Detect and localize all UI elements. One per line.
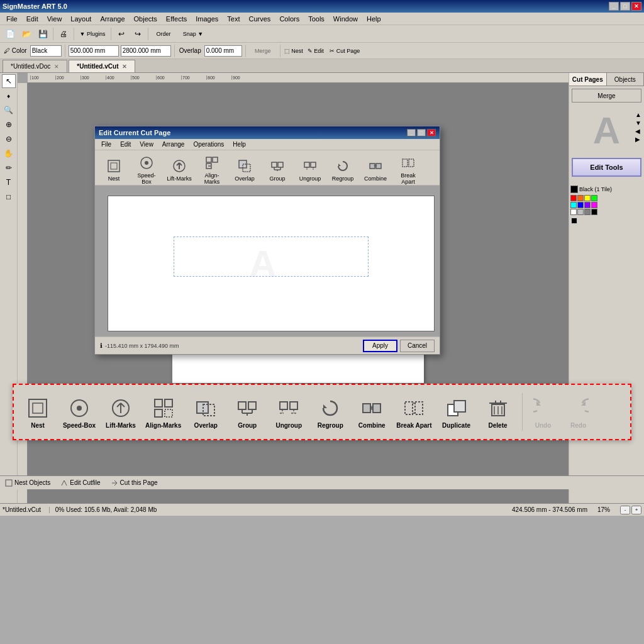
big-tool-duplicate[interactable]: Duplicate [438,392,475,432]
color-purple[interactable] [584,202,591,208]
close-button[interactable]: ✕ [631,2,641,11]
color-white[interactable] [570,209,577,215]
tab-vdoc-close[interactable]: ✕ [54,64,59,70]
dialog-menu-operations[interactable]: Operations [189,140,228,148]
nav-down[interactable]: ▼ [635,119,641,126]
dialog-tool-liftmarks[interactable]: Lift-Marks [164,156,194,183]
current-color[interactable] [570,186,578,193]
pan-tool[interactable]: ✋ [2,147,16,160]
redo-main[interactable]: ↪ [130,27,145,41]
menu-view[interactable]: View [43,14,66,24]
big-tool-liftmarks[interactable]: Lift-Marks [102,392,140,432]
text-tool[interactable]: T [2,175,16,189]
open-button[interactable]: 📂 [19,27,34,41]
color-input[interactable]: Black [30,45,62,57]
dialog-menu-view[interactable]: View [136,140,157,148]
maximize-button[interactable]: □ [620,2,630,11]
color-black[interactable] [591,209,597,215]
undo-main[interactable]: ↩ [114,27,129,41]
plugins-button[interactable]: ▼ Plugins [77,27,108,41]
menu-arrange[interactable]: Arrange [96,14,128,24]
dialog-maximize[interactable]: □ [417,129,426,136]
dialog-tool-nest[interactable]: Nest [99,156,129,183]
minimize-button[interactable]: _ [609,2,619,11]
color-cyan[interactable] [570,202,577,208]
big-tool-undo[interactable]: Undo [528,392,559,432]
dialog-cancel-btn[interactable]: Cancel [400,340,435,352]
color-green[interactable] [591,195,597,201]
edit-cutfile-btn[interactable]: Edit Cutfile [60,479,100,487]
nest-toolbar-btn[interactable]: ⬚ Nest [284,44,304,58]
snap-button[interactable]: Snap ▼ [177,27,209,41]
dialog-tool-breakapart[interactable]: Break Apart [393,153,423,186]
menu-tools[interactable]: Tools [304,14,328,24]
menu-edit[interactable]: Edit [23,14,42,24]
overlap-input[interactable]: 0.000 mm [204,45,242,57]
shape-tool[interactable]: □ [2,190,16,204]
color-yellow[interactable] [584,195,591,201]
color-orange[interactable] [577,195,584,201]
big-tool-speedbox[interactable]: Speed-Box [60,392,98,432]
dialog-minimize[interactable]: _ [407,129,416,136]
dialog-close[interactable]: ✕ [427,129,436,136]
menu-file[interactable]: File [3,14,21,24]
dialog-tool-regroup[interactable]: Regroup [328,156,358,183]
dialog-tool-combine[interactable]: + Combine [360,156,391,183]
merge-btn[interactable]: Merge [572,89,641,103]
cut-page-bottom-btn[interactable]: Cut this Page [111,479,158,487]
dialog-menu-arrange[interactable]: Arrange [158,140,189,148]
draw-tool[interactable]: ✏ [2,161,16,175]
big-tool-ungroup[interactable]: Ungroup [270,392,308,432]
new-button[interactable]: 📄 [3,27,18,41]
nav-left[interactable]: ◀ [635,128,641,135]
dialog-canvas[interactable]: A [108,196,435,331]
zoom-out-tool[interactable]: ⊖ [2,132,16,146]
color-selected[interactable] [570,217,578,225]
zoom-tool[interactable]: 🔍 [2,103,16,117]
color-lightgray[interactable] [577,209,584,215]
color-blue[interactable] [577,202,584,208]
menu-images[interactable]: Images [192,14,222,24]
cut-pages-tab[interactable]: Cut Pages [569,73,607,86]
zoom-in-btn[interactable]: + [631,506,641,514]
big-tool-group[interactable]: Group [228,392,266,432]
zoom-in-tool[interactable]: ⊕ [2,118,16,131]
cut-page-btn[interactable]: ✂ Cut Page [328,44,362,58]
edit-toolbar-btn[interactable]: ✎ Edit [306,44,326,58]
save-button[interactable]: 💾 [35,27,50,41]
nav-up[interactable]: ▲ [635,111,641,118]
tab-vdoc[interactable]: *Untitled.vDoc ✕ [3,60,67,72]
big-tool-combine[interactable]: + Combine [353,392,391,432]
menu-help[interactable]: Help [363,14,385,24]
big-tool-nest[interactable]: Nest [19,392,57,432]
big-tool-alignmarks[interactable]: Align-Marks [143,392,183,432]
menu-effects[interactable]: Effects [162,14,191,24]
tab-vcut-close[interactable]: ✕ [122,64,127,70]
menu-objects[interactable]: Objects [130,14,161,24]
dialog-apply-btn[interactable]: Apply [363,340,397,352]
menu-text[interactable]: Text [223,14,243,24]
merge-toolbar-btn[interactable]: Merge [249,44,277,58]
node-tool[interactable]: ⬧ [2,89,16,103]
nest-objects-btn[interactable]: Nest Objects [5,479,50,487]
color-red[interactable] [570,195,577,201]
dialog-tool-overlap[interactable]: Overlap [230,156,260,183]
menu-window[interactable]: Window [330,14,362,24]
dialog-tool-alignmarks[interactable]: Align-Marks [197,153,227,186]
big-tool-redo[interactable]: Redo [563,392,594,432]
order-button[interactable]: Order [151,27,176,41]
dialog-menu-edit[interactable]: Edit [116,140,135,148]
big-tool-breakapart[interactable]: Break Apart [394,392,433,432]
big-tool-regroup[interactable]: Regroup [311,392,349,432]
big-tool-delete[interactable]: Delete [479,392,517,432]
tab-vcut[interactable]: *Untitled.vCut ✕ [69,60,135,72]
menu-curves[interactable]: Curves [245,14,275,24]
width-input[interactable]: 500.000 mm [69,45,119,57]
dialog-tool-speedbox[interactable]: Speed-Box [131,153,162,186]
dialog-tool-group[interactable]: Group [262,156,292,183]
menu-layout[interactable]: Layout [67,14,95,24]
dialog-tool-ungroup[interactable]: Ungroup [295,156,325,183]
color-magenta[interactable] [591,202,597,208]
dialog-menu-file[interactable]: File [97,140,115,148]
select-tool[interactable]: ↖ [2,74,16,88]
